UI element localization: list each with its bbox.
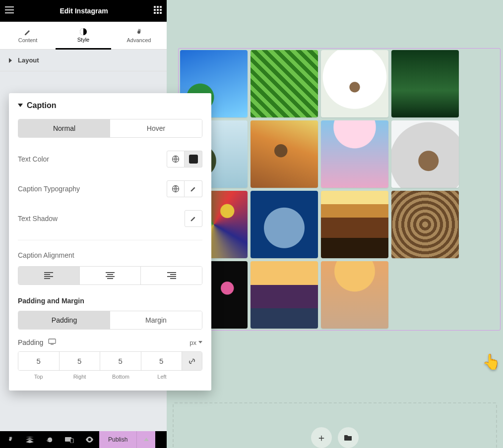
- responsive-icon[interactable]: [48, 338, 56, 346]
- gallery-image[interactable]: [391, 50, 459, 117]
- typography-label: Caption Typography: [18, 185, 167, 193]
- image-grid: [180, 50, 499, 329]
- tab-label: Advanced: [127, 37, 151, 43]
- pm-tab-padding[interactable]: Padding: [18, 311, 110, 329]
- section-layout[interactable]: Layout: [0, 50, 167, 71]
- panel-title: Edit Instagram: [14, 7, 154, 15]
- padding-left-label: Left: [141, 371, 183, 380]
- publish-button[interactable]: Publish: [99, 431, 136, 448]
- state-normal[interactable]: Normal: [18, 119, 110, 137]
- panel-tabs: Content Style Advanced: [0, 22, 167, 50]
- padding-margin-tabs: Padding Margin: [18, 311, 202, 330]
- control-text-color: Text Color: [18, 151, 202, 168]
- svg-rect-5: [160, 6, 162, 8]
- sidebar-header: Edit Instagram: [0, 0, 167, 22]
- align-left-button[interactable]: [18, 267, 79, 284]
- svg-rect-2: [5, 12, 14, 13]
- padding-right-input[interactable]: [60, 352, 100, 370]
- svg-rect-16: [49, 339, 56, 343]
- svg-rect-9: [154, 12, 156, 14]
- settings-icon[interactable]: [0, 431, 20, 448]
- svg-rect-4: [157, 6, 159, 8]
- svg-rect-6: [154, 9, 156, 11]
- alignment-buttons: [18, 266, 202, 285]
- link-values-button[interactable]: [182, 352, 202, 370]
- padding-label: Padding: [18, 338, 43, 346]
- gallery-image[interactable]: [391, 191, 459, 258]
- padding-top-input[interactable]: [18, 352, 59, 370]
- menu-icon[interactable]: [5, 6, 14, 15]
- caption-title: Caption: [27, 101, 57, 110]
- gallery-image[interactable]: [321, 50, 388, 117]
- cursor-hand-icon: 👆: [482, 353, 501, 370]
- control-text-shadow: Text Shadow: [18, 210, 202, 227]
- text-color-label: Text Color: [18, 155, 167, 163]
- padding-bottom-input[interactable]: [100, 352, 141, 370]
- padding-top-label: Top: [18, 371, 59, 380]
- svg-rect-10: [157, 12, 159, 14]
- publish-options-button[interactable]: [136, 431, 155, 448]
- edit-text-shadow-button[interactable]: [185, 210, 202, 227]
- history-icon[interactable]: [40, 431, 60, 448]
- svg-rect-19: [70, 439, 73, 443]
- svg-rect-8: [160, 9, 162, 11]
- gallery-image[interactable]: [391, 120, 459, 188]
- editor-canvas[interactable]: 👆 ＋: [167, 0, 503, 448]
- caption-panel: Caption Normal Hover Text Color Caption …: [9, 93, 211, 391]
- padding-bottom-label: Bottom: [100, 371, 141, 380]
- tab-label: Content: [18, 37, 38, 43]
- tab-content[interactable]: Content: [0, 22, 56, 49]
- svg-rect-7: [157, 9, 159, 11]
- section-label: Layout: [18, 56, 39, 64]
- gallery-image[interactable]: [321, 261, 388, 329]
- unit-selector[interactable]: px: [189, 339, 202, 346]
- gallery-image[interactable]: [251, 191, 318, 258]
- global-typography-button[interactable]: [167, 180, 185, 197]
- gallery-image[interactable]: [251, 50, 318, 117]
- padding-left-input[interactable]: [141, 352, 182, 370]
- align-center-icon: [106, 272, 115, 279]
- control-typography: Caption Typography: [18, 180, 202, 197]
- instagram-widget[interactable]: [179, 49, 500, 330]
- align-center-button[interactable]: [79, 267, 141, 284]
- add-section-button[interactable]: ＋: [311, 427, 332, 448]
- padding-inputs: [18, 351, 202, 371]
- padding-header: Padding px: [18, 338, 202, 346]
- svg-rect-0: [5, 6, 14, 7]
- template-library-button[interactable]: [338, 427, 359, 448]
- tab-style[interactable]: Style: [56, 22, 111, 50]
- responsive-mode-icon[interactable]: [60, 431, 79, 448]
- chevron-down-icon: [198, 341, 202, 344]
- align-right-icon: [167, 272, 176, 279]
- color-picker-button[interactable]: [185, 151, 202, 168]
- alignment-label: Caption Alignment: [18, 251, 202, 259]
- tab-advanced[interactable]: Advanced: [111, 22, 167, 49]
- state-hover[interactable]: Hover: [110, 119, 202, 137]
- link-icon: [188, 357, 196, 365]
- apps-icon[interactable]: [154, 6, 162, 16]
- section-caption-header[interactable]: Caption: [18, 101, 202, 110]
- add-section-area[interactable]: ＋: [173, 402, 497, 448]
- global-color-button[interactable]: [167, 151, 185, 168]
- divider: [18, 240, 202, 240]
- gallery-image[interactable]: [321, 191, 388, 258]
- unit-label: px: [189, 339, 196, 346]
- padding-margin-heading: Padding and Margin: [18, 297, 202, 305]
- align-right-button[interactable]: [140, 267, 202, 284]
- caption-state-tabs: Normal Hover: [18, 119, 202, 138]
- bottom-bar: Publish: [0, 431, 167, 448]
- navigator-icon[interactable]: [20, 431, 40, 448]
- folder-icon: [344, 434, 352, 441]
- tab-label: Style: [77, 37, 89, 43]
- preview-icon[interactable]: [79, 431, 99, 448]
- svg-rect-3: [154, 6, 156, 8]
- edit-typography-button[interactable]: [185, 180, 202, 197]
- gallery-image[interactable]: [321, 120, 388, 188]
- svg-rect-1: [5, 9, 14, 10]
- align-left-icon: [44, 272, 53, 279]
- pm-tab-margin[interactable]: Margin: [110, 311, 202, 329]
- padding-right-label: Right: [59, 371, 100, 380]
- gallery-image[interactable]: [251, 120, 318, 188]
- text-shadow-label: Text Shadow: [18, 215, 185, 223]
- gallery-image[interactable]: [251, 261, 318, 329]
